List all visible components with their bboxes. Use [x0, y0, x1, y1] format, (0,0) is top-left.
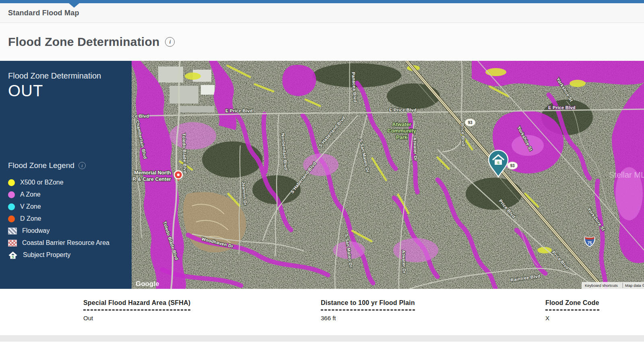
- tab-bar: Standard Flood Map: [0, 3, 644, 23]
- google-logo[interactable]: Google: [136, 280, 159, 288]
- house-icon: S: [8, 251, 18, 259]
- legend-label: Coastal Barrier Resource Area: [22, 239, 109, 247]
- map-attribution: Keyboard shortcuts Map data ©2: [582, 282, 644, 289]
- summary-section: Special Flood Hazard Area (SFHA) Out Dis…: [0, 289, 644, 342]
- street-label: Atwater Dr: [413, 137, 418, 161]
- footer-strip: [0, 335, 644, 342]
- legend-item-v-zone: V Zone: [8, 201, 124, 213]
- active-tab-accent-bar: [0, 0, 644, 3]
- stellar-mls-watermark: Stellar MLS: [609, 170, 644, 179]
- page-title: Flood Zone Determination: [8, 35, 159, 49]
- route-93-badge: 93: [507, 162, 518, 170]
- legend-label: V Zone: [20, 203, 41, 210]
- legend-label: X500 or BZone: [20, 179, 64, 186]
- flood-zone-code-value: X: [545, 315, 599, 321]
- route-93-badge: 93: [465, 119, 475, 126]
- floodway-stripes-swatch: [8, 228, 17, 234]
- subject-pin-s-glyph: S: [497, 161, 500, 165]
- svg-text:Atwater: Atwater: [392, 121, 411, 127]
- legend-item-a-zone: A Zone: [8, 189, 124, 201]
- distance-summary: Distance to 100 yr Flood Plain 366 ft: [321, 299, 415, 321]
- legend-item-subject-property: S Subject Property: [8, 249, 124, 261]
- svg-text:Park: Park: [396, 134, 408, 140]
- v-zone-swatch: [8, 203, 15, 210]
- coastal-barrier-crosshatch-swatch: [8, 240, 17, 247]
- keyboard-shortcuts-link[interactable]: Keyboard shortcuts: [585, 283, 618, 288]
- d-zone-swatch: [8, 216, 15, 222]
- legend-label: D Zone: [20, 215, 41, 222]
- svg-text:93: 93: [468, 120, 473, 125]
- flood-map-canvas[interactable]: ce Blvd E Price Blvd E Price Blvd E Pric…: [132, 61, 644, 289]
- svg-text:93: 93: [510, 164, 515, 168]
- distance-value: 366 ft: [321, 315, 415, 321]
- legend-label: Subject Property: [23, 251, 70, 259]
- legend-info-icon[interactable]: i: [78, 162, 86, 169]
- sfha-label: Special Flood Hazard Area (SFHA): [83, 299, 190, 311]
- street-label: ce Blvd: [132, 114, 149, 118]
- street-label: E Price Blvd: [548, 105, 576, 110]
- determination-result: OUT: [8, 81, 124, 101]
- svg-text:75: 75: [587, 241, 592, 245]
- legend-label: Floodway: [22, 227, 50, 234]
- legend-item-coastal-barrier: Coastal Barrier Resource Area: [8, 237, 124, 249]
- legend-item-d-zone: D Zone: [8, 213, 124, 225]
- svg-text:Community: Community: [387, 128, 416, 134]
- legend-item-floodway: Floodway: [8, 225, 124, 237]
- street-label: E Price Blvd: [389, 108, 417, 112]
- poi-label: Memorial North: [134, 170, 171, 176]
- house-s-glyph: S: [12, 255, 14, 259]
- sfha-value: Out: [83, 315, 190, 321]
- page-header: Flood Zone Determination i: [0, 23, 644, 61]
- determination-panel: Flood Zone Determination OUT Flood Zone …: [0, 61, 132, 289]
- sfha-summary: Special Flood Hazard Area (SFHA) Out: [83, 299, 190, 321]
- flood-zone-code-label: Flood Zone Code: [545, 299, 599, 311]
- tab-standard-flood-map[interactable]: Standard Flood Map: [8, 9, 79, 17]
- map-data-attribution: Map data ©2: [625, 283, 644, 288]
- x500-zone-swatch: [8, 179, 15, 186]
- street-label: Atwater Dr: [401, 250, 407, 274]
- street-label: E Price Blvd: [225, 108, 253, 113]
- flood-zone-legend: Flood Zone Legend i X500 or BZone A Zone…: [8, 161, 124, 261]
- flood-map-svg: ce Blvd E Price Blvd E Price Blvd E Pric…: [132, 61, 644, 289]
- legend-item-x500: X500 or BZone: [8, 176, 124, 189]
- a-zone-swatch: [8, 191, 15, 198]
- distance-label: Distance to 100 yr Flood Plain: [321, 299, 415, 311]
- flood-map-section: Flood Zone Determination OUT Flood Zone …: [0, 61, 644, 289]
- legend-label: A Zone: [20, 191, 41, 198]
- legend-title: Flood Zone Legend: [8, 161, 74, 170]
- panel-title: Flood Zone Determination: [8, 71, 124, 81]
- info-icon[interactable]: i: [165, 37, 175, 47]
- active-tab-caret: [69, 3, 79, 8]
- poi-label: R & Care Center: [132, 176, 171, 182]
- flood-zone-code-summary: Flood Zone Code X: [545, 299, 599, 321]
